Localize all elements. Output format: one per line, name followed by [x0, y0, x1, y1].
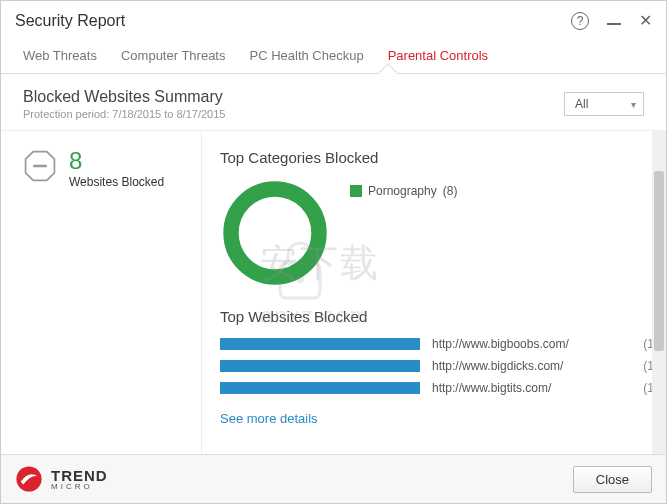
website-url: http://www.bigboobs.com/ — [432, 337, 631, 351]
close-button[interactable]: Close — [573, 466, 652, 493]
minimize-icon[interactable] — [607, 23, 621, 25]
categories-title: Top Categories Blocked — [220, 149, 658, 166]
legend-swatch — [350, 185, 362, 197]
window-title: Security Report — [15, 12, 571, 30]
website-bar — [220, 338, 420, 350]
see-more-link[interactable]: See more details — [220, 411, 318, 426]
blocked-label: Websites Blocked — [69, 175, 164, 189]
website-row: http://www.bigdicks.com/(1) — [220, 359, 658, 373]
scrollbar-thumb[interactable] — [654, 171, 664, 351]
tab-bar: Web Threats Computer Threats PC Health C… — [1, 40, 666, 74]
legend-count: (8) — [443, 184, 458, 198]
website-url: http://www.bigtits.com/ — [432, 381, 631, 395]
svg-point-6 — [16, 466, 41, 491]
blocked-octagon-icon — [23, 149, 57, 187]
blocked-count: 8 — [69, 149, 164, 173]
website-url: http://www.bigdicks.com/ — [432, 359, 631, 373]
categories-donut-chart — [220, 178, 330, 288]
tab-computer-threats[interactable]: Computer Threats — [121, 48, 226, 73]
filter-dropdown[interactable]: All — [564, 92, 644, 116]
website-row: http://www.bigtits.com/(1) — [220, 381, 658, 395]
website-bar — [220, 382, 420, 394]
help-icon[interactable]: ? — [571, 12, 589, 30]
close-icon[interactable]: ✕ — [639, 11, 652, 30]
website-row: http://www.bigboobs.com/(1) — [220, 337, 658, 351]
legend-item: Pornography (8) — [350, 184, 457, 198]
tab-parental-controls[interactable]: Parental Controls — [388, 48, 488, 73]
legend-name: Pornography — [368, 184, 437, 198]
websites-title: Top Websites Blocked — [220, 308, 658, 325]
summary-title: Blocked Websites Summary — [23, 88, 564, 106]
website-bar — [220, 360, 420, 372]
tab-pc-health[interactable]: PC Health Checkup — [249, 48, 363, 73]
trend-micro-logo-text: TREND MICRO — [51, 468, 108, 491]
scrollbar-track[interactable] — [652, 131, 666, 454]
trend-micro-logo-icon — [15, 465, 43, 493]
tab-web-threats[interactable]: Web Threats — [23, 48, 97, 73]
svg-point-3 — [244, 202, 306, 264]
summary-period: Protection period: 7/18/2015 to 8/17/201… — [23, 108, 564, 120]
